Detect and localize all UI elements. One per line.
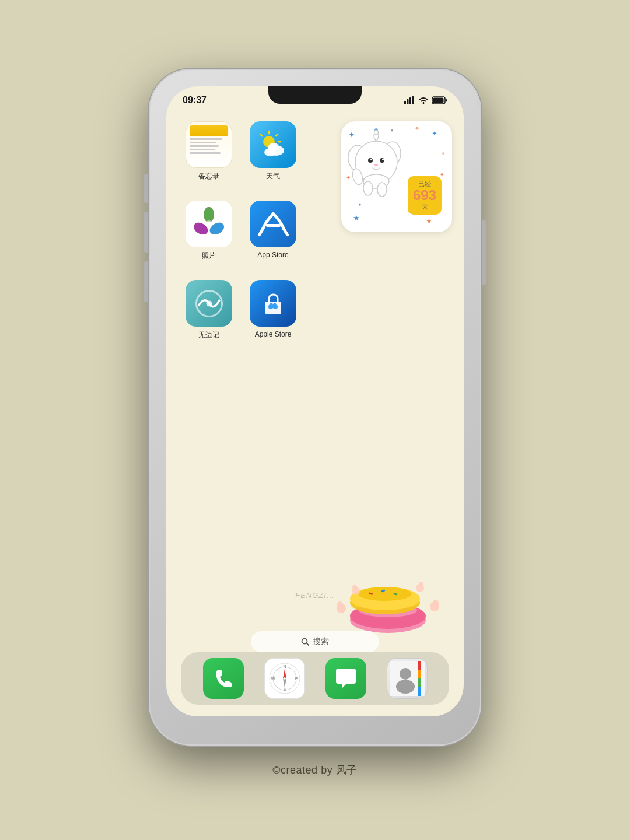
svg-point-49: [363, 181, 373, 195]
svg-point-45: [374, 164, 378, 166]
app-grid: 备忘录: [183, 121, 299, 350]
svg-point-42: [380, 158, 384, 163]
svg-text:★: ★: [426, 217, 432, 225]
svg-point-43: [370, 159, 372, 160]
applestore-app-icon[interactable]: Apple Store: [247, 280, 299, 350]
svg-rect-86: [418, 678, 421, 687]
svg-point-44: [382, 159, 384, 160]
phone-screen: 09:37: [166, 86, 464, 716]
notes-icon-img: [186, 121, 232, 168]
dock-contacts-icon[interactable]: [387, 658, 428, 699]
photos-icon-img: [186, 201, 232, 247]
dock-phone-icon[interactable]: [203, 658, 244, 699]
svg-point-35: [416, 127, 419, 130]
dog-character: [347, 130, 411, 206]
svg-line-73: [307, 643, 309, 646]
widget-inner: ✦ ✦ ✦ ✦ ★ ★ ♦ ♦ ♦: [341, 121, 452, 232]
svg-rect-84: [418, 661, 421, 670]
svg-rect-87: [418, 687, 421, 696]
svg-text:W: W: [271, 677, 275, 681]
svg-rect-1: [407, 99, 409, 104]
widget-count-box: 已经 693 天: [408, 176, 442, 215]
svg-text:S: S: [283, 687, 286, 691]
search-bar[interactable]: 搜索: [251, 631, 379, 652]
freeform-app-icon[interactable]: 无边记: [183, 280, 235, 350]
notes-label: 备忘录: [198, 172, 219, 181]
phone-mockup: 09:37: [146, 63, 484, 751]
notch: [268, 86, 362, 104]
contacts-person-icon: [390, 661, 425, 696]
svg-point-46: [374, 131, 379, 135]
svg-point-71: [419, 582, 424, 586]
wifi-icon: [418, 96, 429, 104]
dock-safari-icon[interactable]: N S W E: [264, 658, 305, 699]
svg-point-50: [377, 183, 387, 197]
footer-credit: ©created by 风子: [272, 763, 357, 777]
volume-down-button: [144, 261, 148, 302]
appstore-app-icon[interactable]: App Store: [247, 201, 299, 271]
widget-count-unit: 天: [422, 202, 428, 211]
svg-point-18: [204, 207, 214, 222]
colorful-widget[interactable]: ✦ ✦ ✦ ✦ ★ ★ ♦ ♦ ♦: [341, 121, 452, 232]
phone-handset-icon: [212, 667, 235, 690]
svg-rect-5: [446, 99, 447, 102]
notes-app-icon[interactable]: 备忘录: [183, 121, 235, 191]
svg-rect-2: [410, 97, 411, 104]
svg-text:★: ★: [353, 214, 360, 222]
svg-point-65: [337, 601, 343, 607]
battery-icon: [432, 96, 447, 104]
donut-decoration: [324, 559, 452, 635]
svg-point-14: [268, 143, 279, 151]
search-text: 搜索: [313, 636, 329, 647]
photos-app-icon[interactable]: 照片: [183, 201, 235, 271]
appstore-icon-img: [250, 201, 296, 247]
svg-text:✦: ✦: [432, 130, 438, 138]
svg-rect-0: [404, 101, 406, 104]
svg-point-67: [433, 600, 439, 606]
mute-button: [144, 174, 148, 203]
applestore-label: Apple Store: [255, 330, 292, 338]
freeform-label: 无边记: [198, 330, 219, 340]
svg-point-88: [400, 668, 411, 680]
power-button: [482, 220, 486, 285]
dock: N S W E: [181, 652, 449, 705]
svg-point-60: [358, 587, 412, 601]
svg-line-11: [260, 134, 262, 136]
svg-point-24: [206, 300, 212, 306]
appstore-label: App Store: [257, 251, 288, 259]
signal-icon: [404, 96, 415, 104]
svg-point-89: [396, 680, 415, 694]
messages-bubble-icon: [334, 666, 358, 691]
volume-up-button: [144, 212, 148, 253]
search-icon: [301, 638, 309, 646]
widget-count-value: 693: [413, 188, 436, 202]
safari-compass-icon: N S W E: [267, 661, 302, 696]
weather-label: 天气: [266, 172, 280, 181]
applestore-icon-img: [250, 280, 296, 327]
weather-app-icon[interactable]: 天气: [247, 121, 299, 191]
svg-text:N: N: [283, 664, 286, 668]
svg-point-21: [205, 220, 212, 228]
svg-line-9: [276, 134, 278, 136]
weather-icon-img: [250, 121, 296, 168]
freeform-icon-img: [186, 280, 232, 327]
svg-rect-85: [418, 670, 421, 678]
svg-rect-3: [412, 96, 414, 104]
svg-text:✦: ✦: [439, 171, 444, 178]
svg-point-41: [368, 158, 373, 163]
status-time: 09:37: [183, 95, 206, 106]
svg-text:E: E: [295, 677, 298, 681]
svg-point-69: [352, 584, 357, 589]
photos-label: 照片: [202, 251, 216, 261]
status-icons: [404, 96, 447, 104]
svg-point-37: [442, 152, 444, 155]
svg-rect-6: [433, 98, 444, 103]
dock-messages-icon[interactable]: [326, 658, 366, 699]
